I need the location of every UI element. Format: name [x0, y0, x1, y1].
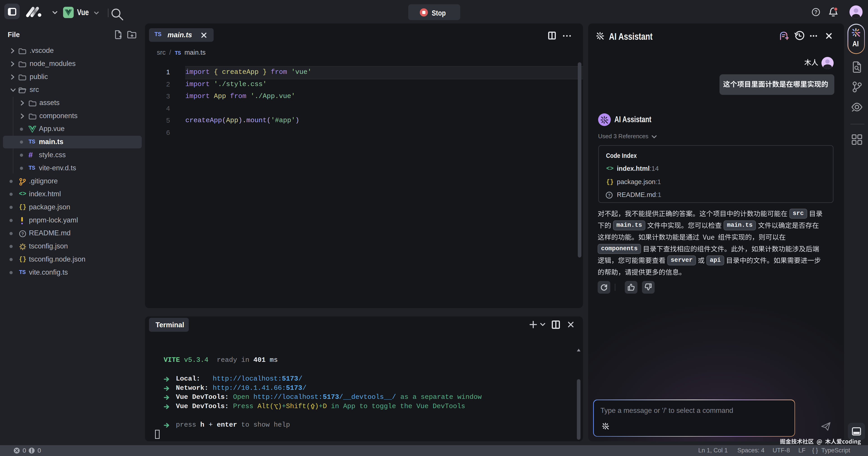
svg-text:?: ?	[814, 9, 817, 15]
svg-text:?: ?	[608, 193, 611, 198]
svg-text:?: ?	[21, 231, 24, 236]
